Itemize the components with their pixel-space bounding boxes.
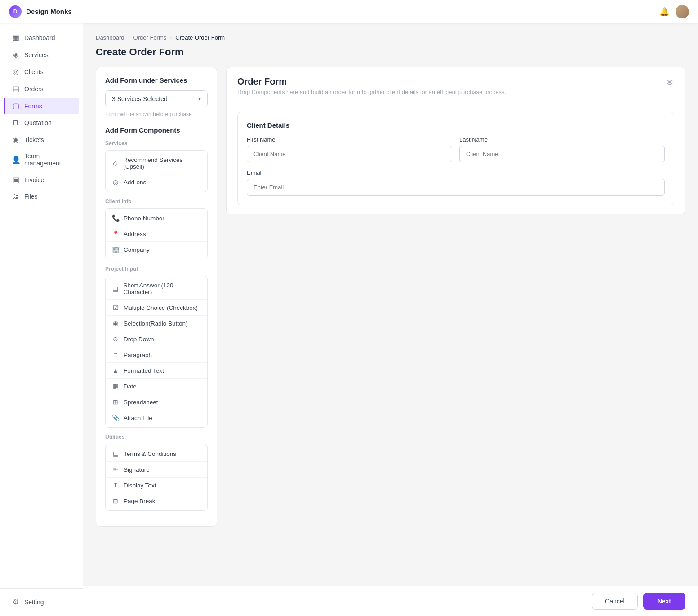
category-services: Services	[105, 140, 208, 147]
comp-addons[interactable]: ◎ Add-ons	[106, 174, 207, 190]
date-icon: ▦	[112, 383, 119, 390]
sidebar-item-orders[interactable]: ▤ Orders	[4, 80, 79, 97]
comp-radio-button[interactable]: ◉ Selection(Radio Button)	[106, 316, 207, 331]
last-name-label: Last Name	[459, 136, 665, 143]
comp-label-spreadsheet: Spreadsheet	[124, 399, 158, 406]
comp-label-company: Company	[124, 246, 150, 253]
tickets-icon: ◉	[12, 135, 20, 144]
notification-bell-icon[interactable]: 🔔	[659, 7, 669, 17]
form-hint: Form will be shown before purchase	[105, 111, 208, 117]
cancel-button[interactable]: Cancel	[592, 593, 638, 610]
sidebar-item-services[interactable]: ◈ Services	[4, 46, 79, 63]
breadcrumb-dashboard[interactable]: Dashboard	[96, 34, 124, 41]
comp-attach-file[interactable]: 📎 Attach File	[106, 410, 207, 425]
comp-label-addons: Add-ons	[124, 179, 146, 186]
display-text-icon: T	[112, 482, 119, 489]
comp-date[interactable]: ▦ Date	[106, 379, 207, 394]
sidebar-item-clients[interactable]: ◎ Clients	[4, 63, 79, 80]
sidebar-item-invoice[interactable]: ▣ Invoice	[4, 171, 79, 188]
breadcrumb-order-forms[interactable]: Order Forms	[133, 34, 167, 41]
brand-name: Design Monks	[26, 8, 72, 15]
comp-spreadsheet[interactable]: ⊞ Spreadsheet	[106, 394, 207, 410]
company-icon: 🏢	[112, 246, 119, 253]
bottom-bar: Cancel Next	[83, 586, 698, 616]
next-button[interactable]: Next	[643, 593, 685, 610]
sidebar-item-dashboard[interactable]: ▦ Dashboard	[4, 29, 79, 46]
category-client-info: Client Info	[105, 198, 208, 205]
services-dropdown-label: 3 Services Selected	[112, 95, 168, 103]
comp-recommend-services[interactable]: ◇ Recommend Services (Upsell)	[106, 152, 207, 174]
comp-label-address: Address	[124, 231, 146, 237]
chevron-down-icon: ▾	[198, 96, 201, 102]
comp-signature[interactable]: ✏ Signature	[106, 462, 207, 478]
signature-icon: ✏	[112, 466, 119, 473]
comp-label-date: Date	[124, 383, 137, 390]
comp-company[interactable]: 🏢 Company	[106, 242, 207, 257]
comp-paragraph[interactable]: ≡ Paragraph	[106, 347, 207, 363]
main-content: Dashboard › Order Forms › Create Order F…	[83, 23, 698, 616]
sidebar-item-files[interactable]: 🗂 Files	[4, 188, 79, 205]
utilities-group: ▤ Terms & Conditions ✏ Signature T Displ…	[105, 444, 208, 511]
sidebar-label-dashboard: Dashboard	[24, 34, 55, 41]
clients-icon: ◎	[12, 67, 20, 76]
attach-icon: 📎	[112, 414, 119, 421]
first-name-group: First Name	[247, 136, 452, 162]
sidebar-item-quotation[interactable]: 🗒 Quotation	[4, 115, 79, 131]
page-break-icon: ⊟	[112, 497, 119, 504]
sidebar-label-clients: Clients	[24, 68, 44, 76]
comp-short-answer[interactable]: ▤ Short Answer (120 Character)	[106, 278, 207, 300]
client-info-group: 📞 Phone Number 📍 Address 🏢 Company	[105, 208, 208, 259]
email-input[interactable]	[247, 179, 665, 196]
comp-label-terms: Terms & Conditions	[124, 451, 176, 457]
comp-label-attach: Attach File	[124, 415, 152, 421]
services-group: ◇ Recommend Services (Upsell) ◎ Add-ons	[105, 150, 208, 192]
checkbox-icon: ☑	[112, 304, 119, 311]
comp-dropdown[interactable]: ⊙ Drop Down	[106, 331, 207, 347]
recommend-icon: ◇	[112, 160, 119, 167]
sidebar-item-team-management[interactable]: 👤 Team management	[4, 148, 79, 171]
orders-icon: ▤	[12, 85, 20, 93]
sidebar-item-forms[interactable]: ▢ Forms	[4, 98, 79, 114]
page-title: Create Order Form	[96, 46, 685, 58]
order-form-header: Order Form Drag Components here and buil…	[227, 67, 685, 103]
user-avatar[interactable]	[676, 5, 689, 18]
comp-display-text[interactable]: T Display Text	[106, 478, 207, 493]
formatted-text-icon: ▲	[112, 367, 119, 374]
dashboard-icon: ▦	[12, 33, 20, 42]
sidebar-bottom: ⚙ Setting	[0, 588, 83, 611]
content-row: Add Form under Services 3 Services Selec…	[96, 67, 685, 527]
phone-icon: 📞	[112, 214, 119, 222]
add-form-title: Add Form under Services	[105, 76, 208, 84]
sidebar-item-tickets[interactable]: ◉ Tickets	[4, 131, 79, 148]
sidebar-label-orders: Orders	[24, 85, 44, 93]
preview-eye-icon[interactable]: 👁	[666, 78, 674, 88]
comp-label-display-text: Display Text	[124, 482, 156, 489]
sidebar: ▦ Dashboard ◈ Services ◎ Clients ▤ Order…	[0, 23, 83, 616]
invoice-icon: ▣	[12, 175, 20, 184]
sidebar-label-quotation: Quotation	[24, 119, 52, 126]
topbar-left: D Design Monks	[9, 5, 72, 18]
comp-label-multiple-choice: Multiple Choice (Checkbox)	[124, 304, 198, 311]
breadcrumb-sep-2: ›	[170, 35, 172, 41]
email-label: Email	[247, 170, 665, 176]
files-icon: 🗂	[12, 192, 20, 201]
comp-formatted-text[interactable]: ▲ Formatted Text	[106, 363, 207, 379]
terms-icon: ▤	[112, 450, 119, 457]
comp-label-recommend: Recommend Services (Upsell)	[123, 156, 201, 170]
comp-label-radio: Selection(Radio Button)	[124, 320, 188, 327]
email-group: Email	[247, 170, 665, 196]
comp-address[interactable]: 📍 Address	[106, 226, 207, 242]
comp-phone-number[interactable]: 📞 Phone Number	[106, 210, 207, 226]
radio-icon: ◉	[112, 320, 119, 327]
last-name-input[interactable]	[459, 146, 665, 162]
comp-multiple-choice[interactable]: ☑ Multiple Choice (Checkbox)	[106, 300, 207, 316]
comp-page-break[interactable]: ⊟ Page Break	[106, 493, 207, 509]
comp-label-signature: Signature	[124, 466, 150, 473]
sidebar-item-setting[interactable]: ⚙ Setting	[4, 594, 79, 610]
services-dropdown[interactable]: 3 Services Selected ▾	[105, 90, 208, 107]
order-form-subtitle: Drag Components here and build an order …	[237, 89, 506, 95]
left-panel: Add Form under Services 3 Services Selec…	[96, 67, 217, 527]
order-form-title: Order Form	[237, 76, 506, 87]
comp-terms[interactable]: ▤ Terms & Conditions	[106, 446, 207, 462]
first-name-input[interactable]	[247, 146, 452, 162]
